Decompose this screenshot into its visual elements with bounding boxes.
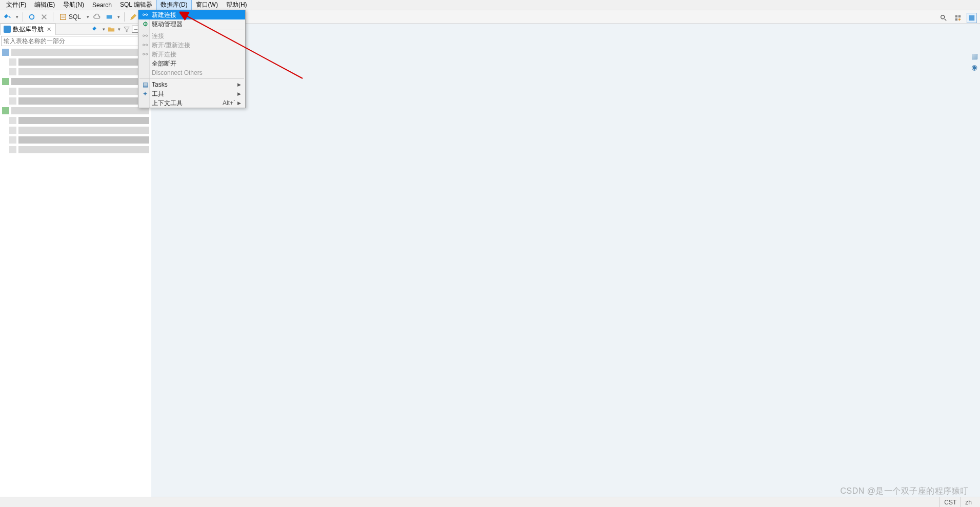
toolbar-separator (23, 12, 23, 22)
toolbar-separator (124, 12, 125, 22)
menu-context-tools[interactable]: 上下文工具 Alt+` ▶ (138, 98, 245, 108)
connect-icon[interactable] (26, 11, 37, 23)
menu-separator (139, 30, 244, 30)
menu-tasks[interactable]: ▤ Tasks ▶ (138, 80, 245, 89)
filter-icon[interactable] (123, 25, 131, 33)
menu-disconnect-others[interactable]: Disconnect Others (138, 68, 245, 77)
calendar-icon[interactable]: ▦ (970, 51, 979, 60)
navigator-search-input[interactable] (1, 36, 152, 46)
menu-disconnect[interactable]: ⚯ 断开连接 (138, 50, 245, 59)
plug-icon: ⚯ (141, 51, 149, 58)
sql-label: SQL (69, 13, 81, 21)
plug-icon: ⚯ (141, 32, 149, 39)
plug-icon[interactable] (92, 25, 100, 33)
toolbar-dropdown-icon[interactable]: ▾ (14, 14, 19, 19)
plug-icon: ⚯ (141, 11, 149, 18)
menu-driver-manager[interactable]: ⚙ 驱动管理器 (138, 19, 245, 29)
perspective-button[interactable] (967, 13, 977, 23)
db-navigator-tab[interactable]: 数据库导航 ✕ (0, 24, 56, 35)
menu-reconnect[interactable]: ⚯ 断开/重新连接 (138, 40, 245, 50)
navigator-tree[interactable] (0, 47, 151, 497)
menu-disconnect-all[interactable]: 全部断开 (138, 59, 245, 68)
chevron-right-icon: ▶ (237, 82, 241, 87)
toolbar-dropdown-icon[interactable]: ▾ (116, 14, 121, 19)
status-bar: CST zh (0, 497, 980, 507)
status-language: zh (961, 497, 976, 507)
toolbar-dropdown-icon[interactable]: ▾ (101, 27, 106, 32)
menu-file[interactable]: 文件(F) (2, 0, 30, 10)
menu-help[interactable]: 帮助(H) (222, 0, 251, 10)
menu-window[interactable]: 窗口(W) (192, 0, 222, 10)
globe-icon[interactable]: ◉ (970, 63, 979, 72)
svg-point-0 (30, 14, 34, 19)
menu-sql-editor[interactable]: SQL 编辑器 (116, 0, 156, 10)
editor-area: ▦ ◉ (153, 24, 980, 497)
close-icon[interactable]: ✕ (46, 26, 52, 33)
svg-rect-6 (955, 18, 957, 21)
cloud-icon[interactable] (91, 11, 103, 23)
driver-icon: ⚙ (141, 21, 149, 28)
menu-tools[interactable]: ✦ 工具 ▶ (138, 89, 245, 98)
menu-database[interactable]: 数据库(D) (156, 0, 192, 10)
menu-edit[interactable]: 编辑(E) (30, 0, 59, 10)
chevron-right-icon: ▶ (237, 91, 241, 96)
svg-rect-7 (969, 15, 975, 21)
db-navigator-label: 数据库导航 (13, 25, 44, 34)
menu-search[interactable]: Search (88, 1, 116, 10)
database-dropdown: ⚯ 新建连接 ⚙ 驱动管理器 ⚯ 连接 ⚯ 断开/重新连接 ⚯ 断开连接 全部断… (138, 10, 246, 108)
folder-icon[interactable] (107, 25, 115, 33)
svg-rect-4 (955, 15, 957, 17)
menu-bar: 文件(F) 编辑(E) 导航(N) Search SQL 编辑器 数据库(D) … (0, 0, 980, 10)
search-icon[interactable] (938, 12, 949, 24)
svg-point-3 (941, 15, 945, 19)
toolbar-dropdown-icon[interactable]: ▾ (85, 14, 90, 19)
toolbar-dropdown-icon[interactable]: ▾ (116, 27, 122, 32)
plug-icon: ⚯ (141, 42, 149, 49)
menu-new-connection[interactable]: ⚯ 新建连接 (138, 10, 245, 19)
menu-navigate[interactable]: 导航(N) (59, 0, 88, 10)
db-navigator-icon (4, 26, 11, 33)
sql-editor-button[interactable]: SQL (56, 11, 84, 23)
shortcut-label: Alt+` (223, 99, 235, 107)
disconnect-icon[interactable] (38, 11, 50, 23)
tasks-icon: ▤ (141, 81, 149, 88)
chevron-right-icon: ▶ (237, 100, 241, 106)
perspective-open-icon[interactable] (952, 12, 964, 24)
edit-icon[interactable] (128, 11, 139, 23)
svg-rect-2 (107, 15, 112, 18)
tools-icon: ✦ (141, 90, 149, 97)
sidebar-tabbar: 数据库导航 ✕ ▾ ▾ ─ □ (0, 24, 151, 35)
app-icon[interactable] (104, 11, 115, 23)
toolbar-separator (53, 12, 53, 22)
new-connection-icon[interactable] (2, 11, 13, 23)
status-timezone: CST (939, 497, 961, 507)
sidebar: 数据库导航 ✕ ▾ ▾ ─ □ (0, 24, 153, 497)
menu-connect[interactable]: ⚯ 连接 (138, 31, 245, 40)
svg-rect-1 (61, 14, 66, 19)
svg-rect-5 (958, 15, 961, 17)
menu-separator (139, 78, 244, 79)
